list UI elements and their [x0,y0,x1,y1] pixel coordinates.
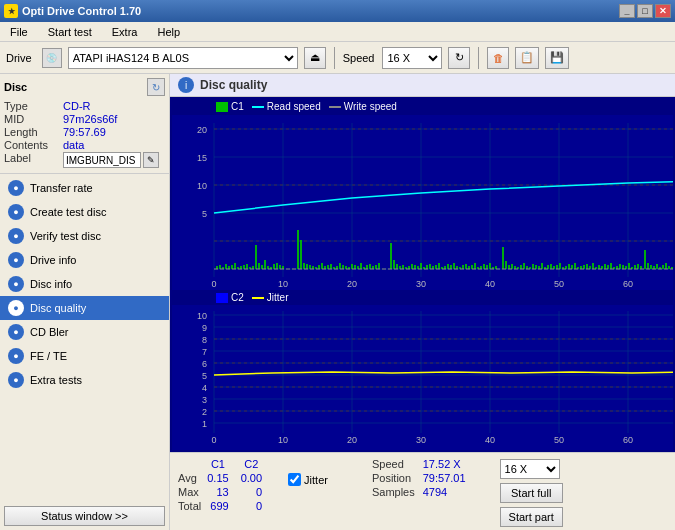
svg-text:3: 3 [202,395,207,405]
jitter-checkbox[interactable] [288,473,301,486]
nav-verify-test-disc[interactable]: ● Verify test disc [0,224,169,248]
action-area: 16 X Start full Start part [500,459,563,527]
nav-transfer-rate[interactable]: ● Transfer rate [0,176,169,200]
start-part-button[interactable]: Start part [500,507,563,527]
svg-rect-172 [644,250,646,269]
svg-rect-48 [246,264,248,269]
svg-rect-64 [306,264,308,269]
svg-rect-88 [378,263,380,269]
eject-button[interactable]: ⏏ [304,47,326,69]
drive-select[interactable]: ATAPI iHAS124 B AL0S [68,47,298,69]
svg-rect-82 [360,263,362,269]
toolbar: Drive 💿 ATAPI iHAS124 B AL0S ⏏ Speed 16 … [0,42,675,74]
max-c2-value: 0 [235,485,268,499]
disc-type-row: Type CD-R [4,100,165,112]
nav-disc-quality[interactable]: ● Disc quality [0,296,169,320]
avg-c1-value: 0.15 [201,471,234,485]
minimize-button[interactable]: _ [619,4,635,18]
menubar: File Start test Extra Help [0,22,675,42]
svg-rect-138 [541,263,543,269]
drive-label: Drive [6,52,32,64]
menu-start-test[interactable]: Start test [42,24,98,40]
speed-select-stats[interactable]: 16 X [500,459,560,479]
position-value: 79:57.01 [419,471,470,485]
label-edit: ✎ [63,152,159,168]
svg-rect-174 [650,265,652,269]
col-c2-header: C2 [235,457,268,471]
svg-rect-169 [634,265,636,269]
menu-help[interactable]: Help [151,24,186,40]
jitter-checkbox-wrap: Jitter [288,473,328,486]
menu-extra[interactable]: Extra [106,24,144,40]
total-c2-value: 0 [235,499,268,513]
svg-rect-69 [321,263,323,269]
maximize-button[interactable]: □ [637,4,653,18]
legend-c1-box [216,102,228,112]
sidebar-nav: ● Transfer rate ● Create test disc ● Ver… [0,174,169,502]
svg-rect-90 [393,260,395,269]
svg-rect-113 [462,265,464,269]
erase-button[interactable]: 🗑 [487,47,509,69]
nav-fe-te[interactable]: ● FE / TE [0,344,169,368]
disc-refresh-button[interactable]: ↻ [147,78,165,96]
nav-icon-drive-info: ● [8,252,24,268]
nav-extra-tests[interactable]: ● Extra tests [0,368,169,392]
svg-rect-143 [556,265,558,269]
svg-rect-75 [339,263,341,269]
svg-rect-120 [483,264,485,269]
col-c1-header: C1 [201,457,234,471]
nav-create-test-disc[interactable]: ● Create test disc [0,200,169,224]
svg-rect-122 [489,263,491,269]
disc-quality-icon: i [178,77,194,93]
nav-icon-create-test-disc: ● [8,204,24,220]
svg-rect-63 [303,263,305,269]
nav-drive-info[interactable]: ● Drive info [0,248,169,272]
svg-rect-135 [532,264,534,269]
svg-text:20: 20 [347,279,357,289]
svg-text:1: 1 [202,419,207,429]
nav-disc-info[interactable]: ● Disc info [0,272,169,296]
svg-rect-147 [568,264,570,269]
menu-file[interactable]: File [4,24,34,40]
svg-text:10: 10 [278,279,288,289]
chart-c2: 10 9 8 7 6 5 4 3 2 1 10% 8% 6% 4% 2% [172,305,673,450]
nav-label-verify-test-disc: Verify test disc [30,230,101,242]
svg-rect-128 [511,264,513,269]
save-button[interactable]: 💾 [545,47,569,69]
nav-icon-fe-te: ● [8,348,24,364]
close-button[interactable]: ✕ [655,4,671,18]
nav-cd-bler[interactable]: ● CD Bler [0,320,169,344]
label-input[interactable] [63,152,141,168]
refresh-button[interactable]: ↻ [448,47,470,69]
chart-c2-svg: 10 9 8 7 6 5 4 3 2 1 10% 8% 6% 4% 2% [172,305,673,450]
c1c2-table: C1 C2 Avg 0.15 0.00 Max 13 0 Total 699 0 [178,457,268,513]
svg-rect-170 [637,264,639,269]
svg-rect-93 [402,265,404,269]
svg-rect-96 [411,264,413,269]
svg-rect-58 [276,263,278,269]
speed-select[interactable]: 16 X [382,47,442,69]
total-label: Total [178,499,201,513]
copy-button[interactable]: 📋 [515,47,539,69]
svg-text:60: 60 [623,279,633,289]
titlebar-buttons[interactable]: _ □ ✕ [619,4,671,18]
svg-rect-65 [309,265,311,269]
legend-c2-label: C2 [231,292,244,303]
type-value: CD-R [63,100,91,112]
svg-rect-132 [523,263,525,269]
svg-text:20: 20 [197,125,207,135]
disc-quality-title: Disc quality [200,78,267,92]
svg-rect-116 [471,265,473,269]
start-full-button[interactable]: Start full [500,483,563,503]
speed-table: Speed 17.52 X Position 79:57.01 Samples … [368,457,470,499]
legend-write-box [329,106,341,108]
status-window-button[interactable]: Status window >> [4,506,165,526]
svg-rect-121 [486,265,488,269]
charts-area: C1 Read speed Write speed [170,97,675,452]
svg-rect-62 [300,240,302,269]
app-icon: ★ [4,4,18,18]
svg-rect-144 [559,263,561,269]
nav-icon-verify-test-disc: ● [8,228,24,244]
svg-text:8: 8 [202,335,207,345]
label-edit-button[interactable]: ✎ [143,152,159,168]
